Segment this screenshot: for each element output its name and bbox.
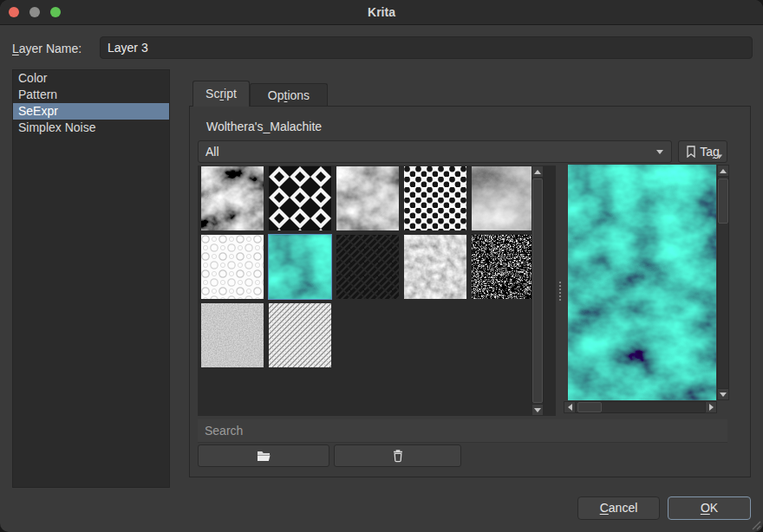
scroll-up-button[interactable] bbox=[717, 165, 729, 177]
resize-grip[interactable] bbox=[751, 520, 761, 530]
pattern-thumbnail-bw-triangles[interactable] bbox=[269, 166, 331, 230]
pattern-preview-image bbox=[568, 165, 716, 400]
pattern-thumbnail-gray-marble[interactable] bbox=[336, 166, 399, 230]
pattern-thumbnail-dark-marble[interactable] bbox=[201, 166, 264, 230]
import-resource-button[interactable] bbox=[198, 444, 329, 467]
pattern-thumbnail-light-rough[interactable] bbox=[404, 235, 466, 299]
chevron-down-icon bbox=[717, 155, 722, 159]
scroll-left-button[interactable] bbox=[564, 401, 576, 413]
arrow-up-icon bbox=[534, 170, 541, 174]
pattern-thumbnail-light-crosshatch[interactable] bbox=[269, 303, 331, 367]
pattern-thumbnail-dark-speckle[interactable] bbox=[472, 235, 534, 299]
bookmark-icon bbox=[686, 146, 696, 158]
list-item-seexpr[interactable]: SeExpr bbox=[13, 103, 169, 120]
arrow-up-icon bbox=[720, 169, 727, 173]
tab-options[interactable]: Options bbox=[250, 83, 328, 107]
list-item-color[interactable]: Color bbox=[13, 70, 169, 87]
open-folder-icon bbox=[257, 450, 271, 463]
generator-type-list: ColorPatternSeExprSimplex Noise bbox=[12, 69, 170, 488]
layer-name-label: Layer Name: bbox=[12, 42, 82, 55]
pattern-thumbnail-halftone-dots[interactable] bbox=[404, 166, 466, 230]
pattern-thumbnail-gray-smoke[interactable] bbox=[472, 166, 534, 230]
scrollbar-thumb[interactable] bbox=[532, 178, 543, 403]
pattern-thumbnail-black-maze[interactable] bbox=[336, 235, 399, 299]
tag-button[interactable]: Tag bbox=[678, 140, 727, 163]
arrow-right-icon bbox=[709, 404, 714, 411]
layer-name-input[interactable] bbox=[100, 36, 753, 59]
window-title: Krita bbox=[0, 0, 763, 24]
search-input[interactable] bbox=[198, 419, 727, 443]
arrow-down-icon bbox=[534, 408, 541, 412]
arrow-left-icon bbox=[568, 404, 572, 411]
scroll-down-button[interactable] bbox=[531, 404, 544, 416]
list-item-pattern[interactable]: Pattern bbox=[13, 87, 169, 103]
cancel-button[interactable]: Cancel bbox=[577, 496, 660, 520]
tab-script[interactable]: Script bbox=[192, 81, 250, 107]
scrollbar-thumb[interactable] bbox=[718, 178, 728, 224]
scroll-up-button[interactable] bbox=[531, 165, 544, 178]
titlebar: Krita bbox=[0, 0, 763, 25]
pattern-thumbnail-green-malachite[interactable] bbox=[269, 235, 331, 299]
pattern-thumbnail-gray-canvas[interactable] bbox=[201, 303, 264, 367]
preview-horizontal-scrollbar[interactable] bbox=[564, 401, 717, 413]
pattern-grid bbox=[198, 165, 556, 416]
splitter-handle[interactable] bbox=[557, 165, 564, 416]
scrollbar-thumb[interactable] bbox=[577, 402, 602, 412]
current-pattern-name: Wolthera's_Malachite bbox=[206, 120, 322, 133]
krita-dialog-window: Krita Layer Name: ColorPatternSeExprSimp… bbox=[0, 0, 763, 532]
pattern-grid-vertical-scrollbar[interactable] bbox=[531, 165, 544, 416]
scroll-down-button[interactable] bbox=[717, 388, 729, 400]
list-item-simplex-noise[interactable]: Simplex Noise bbox=[13, 120, 169, 136]
preview-vertical-scrollbar[interactable] bbox=[717, 165, 729, 400]
scroll-right-button[interactable] bbox=[705, 401, 717, 413]
chevron-down-icon bbox=[656, 150, 663, 154]
tag-filter-dropdown[interactable]: All bbox=[198, 140, 672, 163]
trash-icon bbox=[392, 449, 404, 463]
ok-button[interactable]: OK bbox=[668, 496, 751, 520]
arrow-down-icon bbox=[720, 393, 727, 397]
delete-resource-button[interactable] bbox=[334, 444, 461, 467]
pattern-thumbnail-white-rings[interactable] bbox=[201, 235, 264, 299]
